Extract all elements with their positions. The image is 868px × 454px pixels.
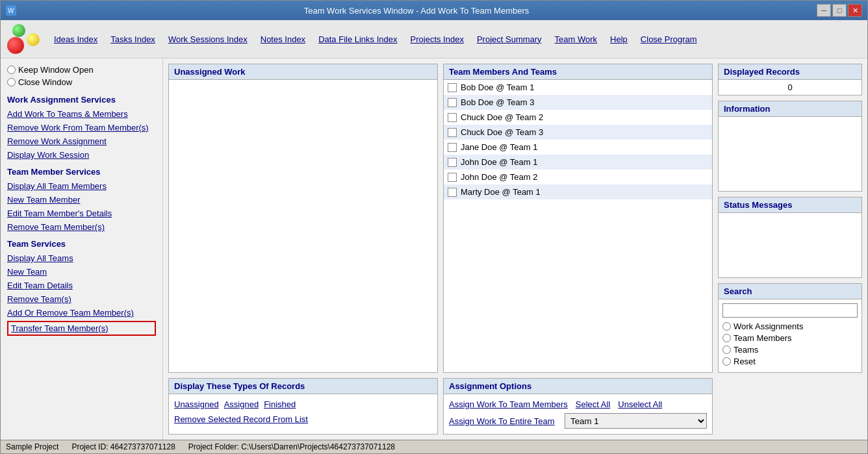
display-work-session-link[interactable]: Display Work Session [7, 149, 156, 160]
search-reset-option[interactable]: Reset [722, 357, 858, 366]
display-type-unassigned[interactable]: Unassigned [174, 399, 219, 409]
keep-window-open-option[interactable]: Keep Window Open [7, 65, 156, 75]
displayed-records-panel: Displayed Records 0 [718, 64, 862, 95]
menu-close-program[interactable]: Close Program [635, 32, 702, 47]
search-teams-label: Teams [734, 345, 758, 355]
new-team-member-link[interactable]: New Team Member [7, 194, 156, 205]
team-members-body: Bob Doe @ Team 1Bob Doe @ Team 3Chuck Do… [444, 80, 712, 372]
remove-team-member-link[interactable]: Remove Team Member(s) [7, 221, 156, 233]
menu-notes-index[interactable]: Notes Index [255, 32, 311, 47]
status-project-folder: Project Folder: C:\Users\Darren\Projects… [188, 442, 395, 451]
team-services-header: Team Services [7, 239, 156, 249]
team-member-row[interactable]: John Doe @ Team 2 [444, 170, 712, 184]
menu-team-work[interactable]: Team Work [550, 32, 603, 47]
menu-help[interactable]: Help [605, 32, 633, 47]
main-content: Unassigned Work Team Members And Teams B… [163, 58, 867, 440]
window-controls: ─ □ ✕ [817, 4, 862, 17]
search-reset-radio[interactable] [722, 357, 731, 366]
team-member-row[interactable]: Marty Doe @ Team 1 [444, 184, 712, 199]
assign-to-members-row: Assign Work To Team Members Select All U… [449, 399, 707, 409]
display-type-links: Unassigned Assigned Finished [174, 399, 432, 409]
information-header: Information [719, 101, 862, 117]
team-member-row[interactable]: Chuck Doe @ Team 2 [444, 110, 712, 125]
team-member-row[interactable]: Bob Doe @ Team 3 [444, 95, 712, 110]
menu-project-summary[interactable]: Project Summary [472, 32, 547, 47]
search-team-members-radio[interactable] [722, 334, 731, 342]
remove-selected-record-link[interactable]: Remove Selected Record From List [174, 414, 308, 424]
search-teams-option[interactable]: Teams [722, 345, 858, 355]
window-title: Team Work Services Window - Add Work To … [16, 6, 817, 16]
display-all-teams-link[interactable]: Display All Teams [7, 253, 156, 264]
member-name: Bob Doe @ Team 1 [461, 82, 534, 92]
search-work-assignments-label: Work Assignments [734, 322, 803, 331]
team-member-row[interactable]: Bob Doe @ Team 1 [444, 80, 712, 95]
menu-ideas-index[interactable]: Ideas Index [49, 32, 103, 47]
remove-team-link[interactable]: Remove Team(s) [7, 294, 156, 305]
add-or-remove-team-member-link[interactable]: Add Or Remove Team Member(s) [7, 307, 156, 318]
close-window-radio[interactable] [7, 78, 16, 86]
minimize-button[interactable]: ─ [817, 4, 831, 17]
far-right-column: Displayed Records 0 Information Status M… [718, 64, 862, 373]
add-work-to-teams-link[interactable]: Add Work To Teams & Members [7, 108, 156, 120]
content-area: Keep Window Open Close Window Work Assig… [1, 58, 867, 440]
team-member-row[interactable]: Jane Doe @ Team 1 [444, 140, 712, 155]
sidebar: Keep Window Open Close Window Work Assig… [1, 58, 163, 440]
menu-work-sessions-index[interactable]: Work Sessions Index [163, 32, 253, 47]
menu-projects-index[interactable]: Projects Index [405, 32, 469, 47]
yellow-circle [27, 33, 40, 46]
search-work-assignments-radio[interactable] [722, 322, 731, 331]
member-checkbox[interactable] [448, 173, 457, 182]
remove-work-from-team-member-link[interactable]: Remove Work From Team Member(s) [7, 122, 156, 133]
maximize-button[interactable]: □ [832, 4, 847, 17]
assignment-options-header: Assignment Options [444, 379, 712, 394]
assign-to-members-link[interactable]: Assign Work To Team Members [449, 399, 568, 409]
unassigned-work-header: Unassigned Work [169, 64, 437, 80]
close-window-option[interactable]: Close Window [7, 77, 156, 87]
search-input[interactable] [722, 303, 858, 318]
display-type-finished[interactable]: Finished [264, 399, 296, 409]
work-assignment-services-header: Work Assignment Services [7, 95, 156, 105]
member-checkbox[interactable] [448, 83, 457, 92]
information-panel: Information [718, 101, 862, 192]
member-checkbox[interactable] [448, 143, 457, 152]
member-checkbox[interactable] [448, 113, 457, 122]
member-name: Bob Doe @ Team 3 [461, 97, 534, 107]
edit-team-member-details-link[interactable]: Edit Team Member's Details [7, 208, 156, 219]
member-checkbox[interactable] [448, 128, 457, 137]
menu-data-file-links-index[interactable]: Data File Links Index [313, 32, 402, 47]
remove-work-assignment-link[interactable]: Remove Work Assignment [7, 136, 156, 147]
member-checkbox[interactable] [448, 98, 457, 107]
bottom-panels-row: Display These Types Of Records Unassigne… [168, 378, 862, 435]
unselect-all-link[interactable]: Unselect All [618, 399, 662, 409]
member-name: Marty Doe @ Team 1 [461, 187, 541, 197]
member-name: Jane Doe @ Team 1 [461, 142, 537, 152]
assign-to-team-link[interactable]: Assign Work To Entire Team [449, 416, 559, 426]
menu-tasks-index[interactable]: Tasks Index [105, 32, 160, 47]
transfer-team-member-link[interactable]: Transfer Team Member(s) [7, 321, 156, 336]
team-members-header: Team Members And Teams [444, 64, 712, 80]
svg-text:W: W [8, 7, 14, 14]
keep-window-open-radio[interactable] [7, 66, 16, 74]
menu-bar: Ideas Index Tasks Index Work Sessions In… [1, 20, 867, 58]
edit-team-details-link[interactable]: Edit Team Details [7, 280, 156, 291]
display-type-assigned[interactable]: Assigned [224, 399, 259, 409]
search-reset-label: Reset [734, 357, 756, 366]
team-member-row[interactable]: John Doe @ Team 1 [444, 155, 712, 170]
close-button[interactable]: ✕ [848, 4, 862, 17]
team-select[interactable]: Team 1Team 2Team 3 [565, 413, 707, 429]
search-teams-radio[interactable] [722, 346, 731, 354]
team-member-services-header: Team Member Services [7, 167, 156, 177]
new-team-link[interactable]: New Team [7, 266, 156, 277]
search-work-assignments-option[interactable]: Work Assignments [722, 322, 858, 331]
main-window: W Team Work Services Window - Add Work T… [0, 0, 868, 454]
member-checkbox[interactable] [448, 158, 457, 167]
display-all-team-members-link[interactable]: Display All Team Members [7, 181, 156, 192]
top-panels-row: Unassigned Work Team Members And Teams B… [168, 64, 862, 373]
status-project-id: Project ID: 464273737071128 [71, 442, 175, 451]
select-all-link[interactable]: Select All [576, 399, 610, 409]
member-checkbox[interactable] [448, 188, 457, 197]
team-member-row[interactable]: Chuck Doe @ Team 3 [444, 125, 712, 140]
status-bar: Sample Project Project ID: 4642737370711… [1, 440, 867, 453]
search-header: Search [719, 284, 862, 299]
search-team-members-option[interactable]: Team Members [722, 333, 858, 343]
